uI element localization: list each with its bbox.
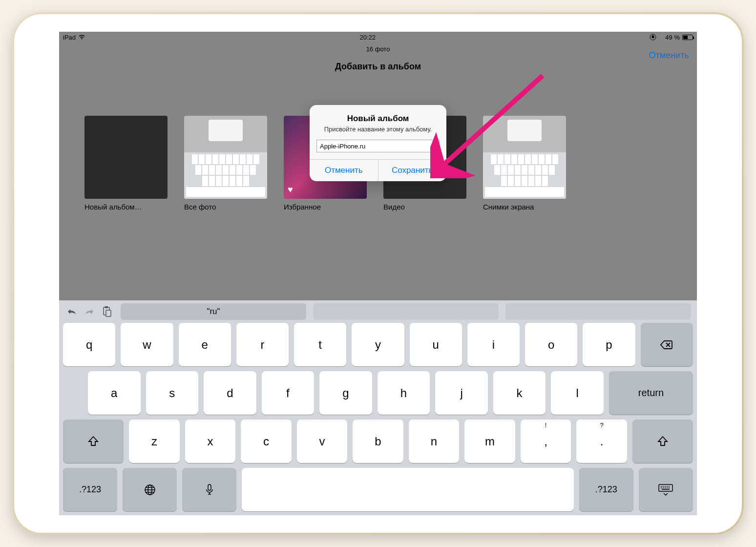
photo-count: 16 фото — [59, 45, 697, 53]
shift-key[interactable] — [632, 420, 693, 463]
onscreen-keyboard: "ru" qwertyuiop asdfghjklreturn zxcvbnm!… — [59, 300, 697, 515]
keyboard-suggestion-empty[interactable] — [313, 303, 499, 320]
battery-icon — [682, 35, 693, 40]
globe-key[interactable] — [123, 468, 177, 511]
key-b[interactable]: b — [353, 420, 403, 463]
key-c[interactable]: c — [241, 420, 292, 463]
keyboard-suggestion-empty[interactable] — [505, 303, 691, 320]
shift-key[interactable] — [63, 420, 124, 463]
key-q[interactable]: q — [63, 323, 115, 366]
key-h[interactable]: h — [378, 371, 430, 415]
keyboard-suggestion[interactable]: "ru" — [121, 303, 306, 320]
undo-button[interactable] — [65, 305, 79, 318]
key-x[interactable]: x — [185, 420, 236, 463]
status-bar: iPad 20:22 49 % — [59, 32, 697, 42]
key-n[interactable]: n — [409, 420, 460, 463]
alert-title: Новый альбом — [316, 114, 440, 124]
space-key[interactable] — [242, 468, 573, 511]
paste-button[interactable] — [100, 305, 114, 318]
key-g[interactable]: g — [319, 371, 372, 415]
numeric-key[interactable]: .?123 — [579, 468, 633, 511]
new-album-alert: Новый альбом Присвойте название этому ал… — [310, 105, 446, 181]
key-k[interactable]: k — [493, 371, 546, 415]
key-e[interactable]: e — [179, 323, 231, 366]
battery-percentage: 49 % — [665, 34, 680, 41]
key-w[interactable]: w — [121, 323, 173, 366]
key-o[interactable]: o — [525, 323, 577, 366]
key-f[interactable]: f — [262, 371, 315, 415]
device-label: iPad — [63, 34, 76, 41]
ipad-device-frame: iPad 20:22 49 % 16 фото Добавить в альбо… — [12, 12, 744, 535]
key-s[interactable]: s — [146, 371, 199, 415]
key-a[interactable]: a — [88, 371, 141, 415]
svg-rect-3 — [105, 306, 108, 308]
key-d[interactable]: d — [204, 371, 256, 415]
screen: iPad 20:22 49 % 16 фото Добавить в альбо… — [59, 32, 697, 515]
key-period[interactable]: ?. — [576, 420, 627, 463]
key-u[interactable]: u — [410, 323, 462, 366]
return-key[interactable]: return — [609, 371, 693, 415]
status-time: 20:22 — [359, 34, 376, 41]
album-item-new[interactable]: Новый альбом… — [84, 116, 168, 211]
key-t[interactable]: t — [294, 323, 346, 366]
svg-rect-4 — [106, 310, 111, 316]
key-y[interactable]: y — [352, 323, 404, 366]
key-z[interactable]: z — [129, 420, 180, 463]
album-item-all[interactable]: Все фото — [184, 116, 267, 211]
key-l[interactable]: l — [551, 371, 604, 415]
orientation-lock-icon — [650, 34, 656, 41]
backspace-key[interactable] — [641, 323, 693, 366]
album-name-input[interactable] — [316, 140, 440, 152]
key-i[interactable]: i — [467, 323, 520, 366]
alert-cancel-button[interactable]: Отменить — [310, 160, 378, 181]
alert-message: Присвойте название этому альбому. — [316, 126, 440, 133]
key-r[interactable]: r — [236, 323, 289, 366]
wifi-icon — [78, 34, 85, 40]
key-comma[interactable]: !, — [521, 420, 571, 463]
hide-keyboard-key[interactable] — [639, 468, 693, 511]
cancel-button[interactable]: Отменить — [649, 50, 689, 61]
key-j[interactable]: j — [435, 371, 488, 415]
alert-save-button[interactable]: Сохранить — [378, 160, 447, 181]
bluetooth-icon — [659, 34, 663, 41]
svg-rect-8 — [208, 484, 211, 490]
album-item-screenshots[interactable]: Снимки экрана — [483, 116, 566, 211]
key-m[interactable]: m — [464, 420, 515, 463]
page-title: Добавить в альбом — [59, 62, 697, 72]
key-v[interactable]: v — [297, 420, 348, 463]
redo-button[interactable] — [83, 305, 96, 318]
key-p[interactable]: p — [583, 323, 635, 366]
numeric-key[interactable]: .?123 — [63, 468, 117, 511]
heart-icon: ♥ — [288, 185, 293, 195]
dictation-key[interactable] — [182, 468, 236, 511]
